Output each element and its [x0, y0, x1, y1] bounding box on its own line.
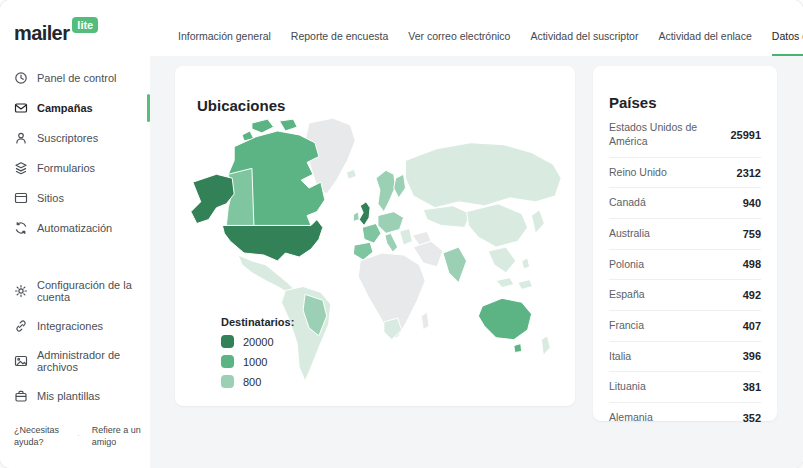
report-tabbar: Información general Reporte de encuesta …	[150, 0, 803, 56]
map-region-australia[interactable]	[478, 298, 531, 339]
country-value: 940	[743, 197, 761, 209]
map-region-tasmania[interactable]	[514, 344, 522, 353]
sidebar-item-administrador-archivos[interactable]: Administrador de archivos	[0, 341, 150, 381]
country-name: España	[609, 288, 645, 302]
country-row: Italia 396	[609, 342, 761, 373]
country-value: 381	[743, 381, 761, 393]
country-row: Reino Unido 2312	[609, 158, 761, 189]
tab-reporte-de-encuesta[interactable]: Reporte de encuesta	[291, 30, 388, 56]
sidebar: mailer lite Panel de control Campañas	[0, 0, 150, 468]
map-region-philippines[interactable]	[522, 258, 530, 269]
mailerlite-logo[interactable]: mailer lite	[0, 0, 150, 51]
sidebar-secondary-nav: Configuración de la cuenta Integraciones…	[0, 259, 150, 411]
map-region-arctic-islands[interactable]	[252, 119, 274, 133]
legend-item: 800	[221, 375, 294, 388]
map-region-italy[interactable]	[385, 233, 398, 252]
map-region-madagascar[interactable]	[421, 312, 429, 330]
country-value: 396	[743, 350, 761, 362]
sidebar-item-sitios[interactable]: Sitios	[0, 183, 150, 213]
country-row: Australia 759	[609, 219, 761, 250]
map-region-russia[interactable]	[406, 143, 562, 208]
tab-ver-correo-electronico[interactable]: Ver correo electrónico	[408, 30, 510, 56]
map-region-middle-east[interactable]	[413, 241, 443, 267]
legend-value: 1000	[243, 356, 267, 368]
tab-actividad-del-enlace[interactable]: Actividad del enlace	[658, 30, 751, 56]
map-region-mexico[interactable]	[238, 255, 295, 292]
tab-informacion-general[interactable]: Información general	[178, 30, 271, 56]
country-name: Lituania	[609, 380, 646, 394]
map-region-china[interactable]	[467, 204, 528, 247]
map-region-iceland[interactable]	[346, 169, 356, 179]
country-value: 759	[743, 228, 761, 240]
image-icon	[14, 354, 28, 368]
sidebar-footer: ¿Necesitas ayuda? · Refiere a un amigo	[0, 424, 150, 468]
map-region-ireland[interactable]	[353, 212, 359, 222]
sidebar-item-label: Suscriptores	[37, 132, 98, 144]
map-region-south-africa[interactable]	[384, 318, 402, 340]
sidebar-item-label: Integraciones	[37, 320, 103, 332]
sidebar-item-label: Formularios	[37, 162, 95, 174]
sidebar-item-label: Administrador de archivos	[37, 349, 144, 373]
map-region-indonesia[interactable]	[496, 278, 514, 288]
sidebar-item-panel-de-control[interactable]: Panel de control	[0, 63, 150, 93]
map-region-indonesia[interactable]	[518, 280, 533, 290]
gear-icon	[14, 284, 28, 298]
legend-title: Destinatarios:	[221, 316, 294, 328]
country-value: 2312	[737, 167, 761, 179]
footer-separator-dot: ·	[77, 431, 80, 440]
refer-friend-link[interactable]: Refiere a un amigo	[92, 424, 142, 448]
map-region-central-europe[interactable]	[378, 212, 404, 234]
map-region-southeast-asia[interactable]	[488, 247, 516, 273]
sidebar-item-integraciones[interactable]: Integraciones	[0, 311, 150, 341]
map-region-balkans[interactable]	[400, 228, 413, 245]
sidebar-item-mis-plantillas[interactable]: Mis plantillas	[0, 381, 150, 411]
map-region-arctic-islands[interactable]	[279, 119, 297, 131]
legend-item: 1000	[221, 355, 294, 368]
countries-card-title: Países	[609, 94, 761, 111]
sidebar-item-label: Mis plantillas	[37, 390, 100, 402]
map-region-usa[interactable]	[222, 220, 322, 261]
sidebar-item-formularios[interactable]: Formularios	[0, 153, 150, 183]
country-value: 407	[743, 320, 761, 332]
sync-icon	[14, 221, 28, 235]
help-link[interactable]: ¿Necesitas ayuda?	[14, 424, 65, 448]
country-value: 352	[743, 412, 761, 424]
location-report-content: Ubicaciones	[150, 56, 803, 468]
legend-value: 800	[243, 376, 261, 388]
sidebar-item-label: Automatización	[37, 222, 112, 234]
countries-card: Países Estados Unidos de América 25991 R…	[593, 66, 777, 421]
map-region-india[interactable]	[443, 247, 467, 282]
map-region-finland[interactable]	[394, 174, 406, 198]
sidebar-item-suscriptores[interactable]: Suscriptores	[0, 123, 150, 153]
browser-icon	[14, 191, 28, 205]
sidebar-item-label: Panel de control	[37, 72, 117, 84]
legend-swatch-dark-green	[221, 335, 234, 348]
country-name: Polonia	[609, 258, 644, 272]
sidebar-item-label: Campañas	[37, 102, 93, 114]
sidebar-item-automatizacion[interactable]: Automatización	[0, 213, 150, 243]
map-region-scandinavia[interactable]	[376, 170, 396, 211]
briefcase-icon	[14, 389, 28, 403]
country-name: Italia	[609, 350, 631, 364]
country-row: Canadá 940	[609, 188, 761, 219]
sidebar-item-configuracion[interactable]: Configuración de la cuenta	[0, 271, 150, 311]
country-value: 498	[743, 258, 761, 270]
country-row: Estados Unidos de América 25991	[609, 113, 761, 157]
country-row: Alemania 352	[609, 403, 761, 433]
map-region-france[interactable]	[362, 223, 381, 243]
sidebar-primary-nav: Panel de control Campañas Suscriptores	[0, 51, 150, 243]
tab-datos-de-la-ubicacion[interactable]: Datos de la ubicación	[772, 30, 803, 56]
sidebar-item-label: Configuración de la cuenta	[37, 279, 144, 303]
tab-actividad-del-suscriptor[interactable]: Actividad del suscriptor	[530, 30, 638, 56]
country-name: Estados Unidos de América	[609, 121, 722, 148]
map-region-united-kingdom[interactable]	[359, 202, 370, 226]
person-icon	[14, 131, 28, 145]
clock-icon	[14, 71, 28, 85]
country-row: Polonia 498	[609, 250, 761, 281]
map-region-central-asia[interactable]	[423, 206, 470, 228]
map-legend: Destinatarios: 20000 1000 800	[221, 316, 294, 388]
map-region-new-zealand[interactable]	[541, 336, 550, 356]
sidebar-item-campanas[interactable]: Campañas	[0, 93, 150, 123]
map-region-japan[interactable]	[532, 210, 545, 234]
country-name: Canadá	[609, 196, 646, 210]
